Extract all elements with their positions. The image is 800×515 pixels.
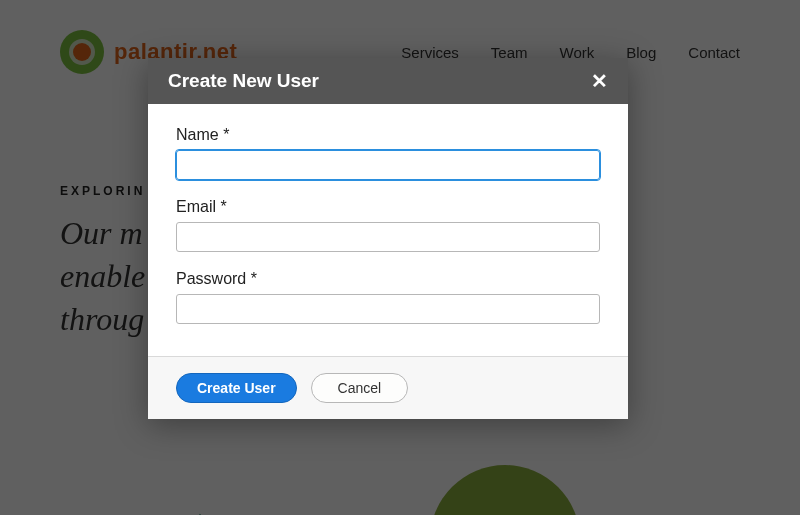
email-label: Email * xyxy=(176,198,600,216)
cancel-button[interactable]: Cancel xyxy=(311,373,409,403)
close-icon[interactable]: ✕ xyxy=(591,71,608,91)
field-email: Email * xyxy=(176,198,600,252)
password-label: Password * xyxy=(176,270,600,288)
name-input[interactable] xyxy=(176,150,600,180)
name-label: Name * xyxy=(176,126,600,144)
modal-body: Name * Email * Password * xyxy=(148,104,628,356)
create-user-button[interactable]: Create User xyxy=(176,373,297,403)
email-input[interactable] xyxy=(176,222,600,252)
modal-header: Create New User ✕ xyxy=(148,58,628,104)
field-name: Name * xyxy=(176,126,600,180)
create-user-modal: Create New User ✕ Name * Email * Passwor… xyxy=(148,58,628,419)
modal-title: Create New User xyxy=(168,70,319,92)
field-password: Password * xyxy=(176,270,600,324)
password-input[interactable] xyxy=(176,294,600,324)
modal-footer: Create User Cancel xyxy=(148,356,628,419)
